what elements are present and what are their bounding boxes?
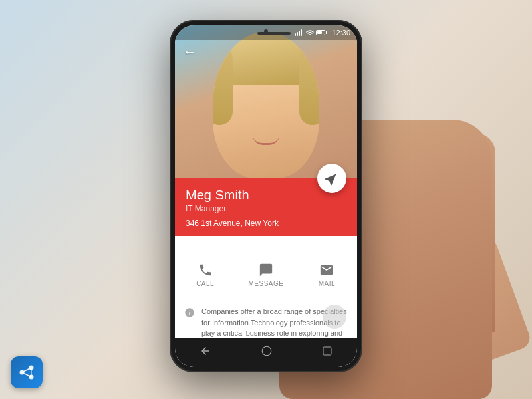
app-logo-icon [17,363,36,382]
contact-face [213,32,319,178]
nav-recent-button[interactable] [317,340,338,364]
directions-icon [325,171,339,186]
svg-line-10 [22,372,31,377]
app-logo [11,356,43,388]
svg-rect-3 [301,29,302,36]
mail-label: MAIL [319,280,335,287]
nav-home-button[interactable] [255,340,278,365]
message-button[interactable]: MESSAGE [246,263,286,287]
signal-icon [295,29,304,36]
scroll-indicator [323,305,346,329]
mail-button[interactable]: MAIL [307,263,346,287]
contact-smile [253,135,279,145]
message-icon [257,263,275,277]
contact-title: IT Manager [186,204,346,213]
contact-photo [175,25,357,178]
scene: 12:30 ← [0,0,532,399]
info-icon [184,307,195,321]
wifi-icon [306,29,314,36]
call-button[interactable]: CALL [186,263,225,287]
action-buttons-row: CALL MESSAGE [175,255,357,293]
nav-back-button[interactable] [194,340,217,365]
phone-screen: 12:30 ← [175,25,357,367]
fab-directions-button[interactable] [317,164,346,193]
svg-rect-0 [295,33,296,36]
call-label: CALL [196,280,214,287]
status-time: 12:30 [332,29,350,37]
contact-hair-left [213,45,233,125]
battery-icon [316,30,327,35]
contact-hair-right [299,45,319,125]
phone-icon [196,263,215,277]
mail-icon [317,263,336,277]
message-label: MESSAGE [249,280,284,287]
svg-point-4 [262,346,271,356]
back-button[interactable]: ← [183,44,196,59]
bottom-navigation [175,338,357,367]
svg-rect-5 [323,347,331,355]
svg-rect-2 [299,31,300,36]
svg-rect-1 [297,32,298,36]
phone-device: 12:30 ← [170,20,362,372]
status-icons: 12:30 [295,29,350,37]
svg-line-9 [22,368,31,372]
contact-address: 346 1st Avenue, New York [186,219,346,228]
phone-speaker [257,32,291,35]
